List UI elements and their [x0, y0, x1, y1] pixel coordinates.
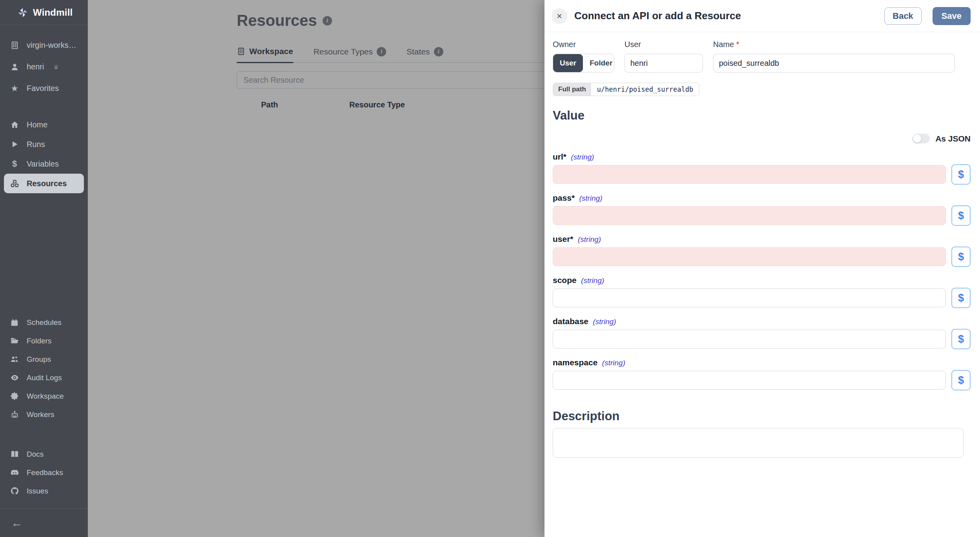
full-path-value: u/henri/poised_surrealdb: [591, 83, 699, 96]
field-type-hint: (string): [579, 194, 603, 202]
building-icon: [9, 41, 20, 50]
owner-user-label: User: [624, 40, 703, 49]
as-json-toggle[interactable]: [912, 134, 930, 143]
sidebar-item-schedules[interactable]: Schedules: [4, 313, 84, 332]
drawer-title: Connect an API or add a Resource: [574, 10, 877, 22]
value-section-heading: Value: [553, 109, 971, 123]
workspace-name: virgin-worksp...: [27, 41, 78, 50]
eye-icon: [9, 373, 20, 382]
database-input[interactable]: [553, 330, 946, 348]
gear-icon: [9, 392, 20, 401]
field-name-scope: scope: [553, 276, 577, 285]
sidebar-item-feedbacks[interactable]: Feedbacks: [4, 463, 84, 482]
users-icon: [9, 355, 20, 364]
namespace-input[interactable]: [553, 371, 946, 390]
owner-user-option[interactable]: User: [553, 54, 583, 72]
description-heading: Description: [553, 409, 971, 423]
boxes-icon: [9, 179, 20, 188]
resource-name-input[interactable]: [713, 54, 955, 73]
sidebar-item-folders[interactable]: Folders: [4, 332, 84, 350]
sidebar-item-issues[interactable]: Issues: [4, 482, 84, 500]
windmill-logo-icon: [17, 7, 28, 18]
user-input[interactable]: [553, 247, 946, 266]
sidebar-item-docs[interactable]: Docs: [4, 445, 84, 463]
field-type-hint: (string): [581, 276, 604, 285]
folder-icon: [9, 336, 20, 345]
back-button[interactable]: Back: [884, 7, 922, 25]
insert-variable-button[interactable]: $: [951, 288, 971, 308]
sidebar-item-variables[interactable]: $ Variables: [4, 154, 84, 174]
close-icon[interactable]: ×: [552, 8, 567, 24]
field-name-namespace: namespace: [553, 358, 597, 367]
calendar-icon: [9, 318, 20, 327]
required-asterisk: *: [572, 193, 575, 202]
description-textarea[interactable]: [553, 428, 964, 458]
sidebar-item-workers[interactable]: Workers: [4, 405, 84, 424]
full-path-display: Full path u/henri/poised_surrealdb: [553, 83, 699, 96]
insert-variable-button[interactable]: $: [951, 329, 971, 349]
field-type-hint: (string): [602, 359, 625, 367]
field-name-database: database: [553, 317, 588, 326]
sidebar-item-runs[interactable]: Runs: [4, 134, 84, 154]
sidebar-item-groups[interactable]: Groups: [4, 350, 84, 368]
add-resource-drawer: × Connect an API or add a Resource Back …: [544, 0, 980, 537]
sidebar-footer: ←: [0, 508, 88, 537]
full-path-label: Full path: [553, 83, 591, 96]
admin-crown-icon: ♕: [53, 63, 58, 71]
app-logo[interactable]: Windmill: [0, 0, 88, 25]
name-label: Name: [713, 40, 734, 49]
sidebar: Windmill virgin-worksp... henri ♕ ★ Favo…: [0, 0, 88, 537]
insert-variable-button[interactable]: $: [951, 247, 971, 267]
field-type-hint: (string): [593, 317, 616, 326]
github-icon: [9, 486, 20, 495]
field-type-hint: (string): [571, 153, 594, 161]
dollar-icon: $: [9, 159, 20, 169]
as-json-label: As JSON: [935, 134, 971, 143]
sidebar-item-home[interactable]: Home: [4, 115, 84, 134]
field-name-user: user: [553, 234, 570, 243]
pass-input[interactable]: [553, 206, 946, 225]
sidebar-item-audit-logs[interactable]: Audit Logs: [4, 368, 84, 387]
sidebar-item-workspace-switcher[interactable]: virgin-worksp...: [4, 34, 84, 56]
collapse-sidebar-icon[interactable]: ←: [11, 516, 23, 530]
discord-icon: [9, 468, 20, 477]
user-icon: [9, 62, 20, 71]
url-input[interactable]: [553, 165, 946, 184]
required-asterisk: *: [736, 40, 739, 49]
required-asterisk: *: [570, 234, 573, 243]
owner-kind-toggle: User Folder: [553, 54, 614, 73]
star-icon: ★: [9, 83, 20, 94]
toggle-knob: [913, 134, 921, 143]
book-icon: [9, 450, 20, 459]
insert-variable-button[interactable]: $: [951, 205, 971, 226]
required-asterisk: *: [563, 152, 566, 161]
robot-icon: [9, 410, 20, 419]
owner-folder-option[interactable]: Folder: [583, 54, 614, 72]
field-name-url: url: [553, 152, 563, 161]
app-logo-text: Windmill: [33, 7, 73, 18]
sidebar-item-workspace-settings[interactable]: Workspace: [4, 387, 84, 405]
owner-label: Owner: [553, 40, 614, 49]
owner-user-input[interactable]: [624, 54, 703, 73]
home-icon: [9, 120, 20, 129]
username: henri: [27, 62, 44, 71]
sidebar-item-user[interactable]: henri ♕: [4, 56, 84, 78]
field-type-hint: (string): [578, 235, 601, 243]
play-icon: [9, 140, 20, 148]
insert-variable-button[interactable]: $: [951, 164, 971, 185]
sidebar-item-resources[interactable]: Resources: [4, 174, 84, 193]
insert-variable-button[interactable]: $: [951, 370, 971, 390]
field-name-pass: pass: [553, 193, 572, 202]
scope-input[interactable]: [553, 288, 946, 307]
save-button[interactable]: Save: [933, 7, 971, 25]
sidebar-item-favorites[interactable]: ★ Favorites: [4, 78, 84, 99]
